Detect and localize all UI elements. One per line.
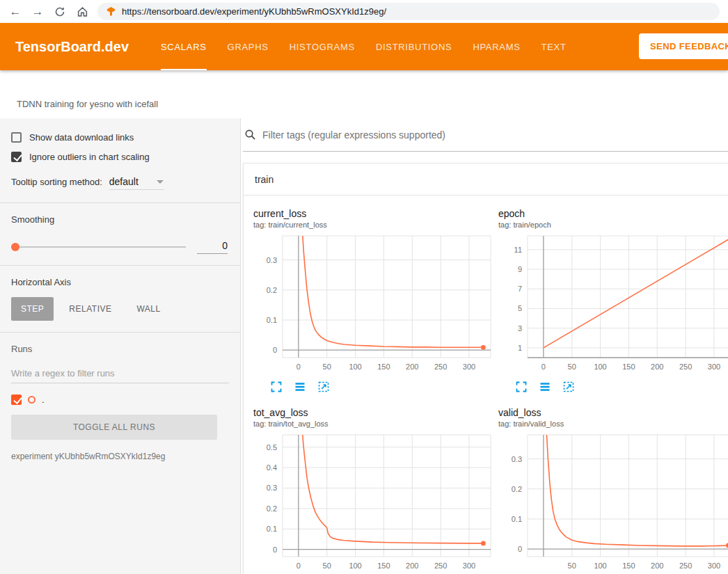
tab-hparams[interactable]: HPARAMS — [473, 23, 520, 70]
toggle-all-runs-button[interactable]: TOGGLE ALL RUNS — [11, 415, 217, 440]
run-color-swatch-icon — [28, 396, 35, 404]
smoothing-slider[interactable] — [11, 246, 186, 248]
chart-tag: tag: train/tot_avg_loss — [253, 420, 493, 428]
svg-text:250: 250 — [434, 362, 447, 371]
reload-icon[interactable] — [53, 5, 67, 19]
home-icon[interactable] — [75, 5, 89, 19]
chart-options-icon[interactable] — [294, 379, 306, 394]
chart-title: current_loss — [253, 208, 493, 219]
charts-grid: current_loss tag: train/current_loss 050… — [244, 196, 728, 574]
svg-text:250: 250 — [434, 561, 447, 570]
svg-text:50: 50 — [323, 561, 331, 570]
back-icon[interactable]: ← — [8, 5, 22, 19]
ignore-outliers-label: Ignore outliers in chart scaling — [29, 152, 150, 162]
runs-filter-input[interactable] — [11, 365, 229, 383]
browser-toolbar: ← → https://tensorboard.dev/experiment/y… — [0, 0, 728, 23]
show-download-links-label: Show data download links — [29, 132, 134, 143]
chart-tag: tag: train/current_loss — [253, 221, 493, 229]
axis-wall-button[interactable]: WALL — [127, 297, 170, 321]
top-nav: SCALARS GRAPHS HISTOGRAMS DISTRIBUTIONS … — [161, 23, 567, 70]
svg-text:50: 50 — [568, 561, 576, 570]
expand-chart-icon[interactable] — [270, 379, 283, 394]
scalars-main: train current_loss tag: train/current_lo… — [241, 118, 728, 574]
sidebar-divider — [0, 202, 240, 203]
svg-text:100: 100 — [349, 561, 361, 570]
chart-card-valid-loss: valid_loss tag: train/valid_loss 5010015… — [498, 407, 728, 574]
svg-text:0.1: 0.1 — [512, 515, 522, 523]
chart-title: valid_loss — [498, 407, 728, 418]
svg-text:0.3: 0.3 — [512, 455, 522, 463]
chart-options-icon[interactable] — [539, 379, 551, 394]
epoch-line-chart[interactable]: 0501001502002503001357911 — [498, 232, 728, 374]
experiment-title-strip: TDNN training for yesno with icefall — [0, 70, 728, 118]
show-download-links-checkbox[interactable] — [11, 132, 22, 143]
smoothing-slider-thumb[interactable] — [11, 243, 19, 251]
svg-text:150: 150 — [622, 362, 635, 371]
axis-step-button[interactable]: STEP — [11, 297, 54, 321]
chart-card-epoch: epoch tag: train/epoch 05010015020025030… — [498, 208, 728, 394]
tab-histograms[interactable]: HISTOGRAMS — [290, 23, 355, 70]
svg-text:11: 11 — [514, 246, 522, 254]
svg-text:200: 200 — [651, 561, 663, 570]
run-row[interactable]: . — [11, 394, 229, 405]
run-name: . — [42, 394, 45, 405]
tooltip-sorting-value: default — [109, 176, 139, 187]
experiment-title: TDNN training for yesno with icefall — [17, 99, 158, 109]
tab-graphs[interactable]: GRAPHS — [228, 23, 269, 70]
svg-text:9: 9 — [518, 265, 522, 273]
valid-loss-line-chart[interactable]: 5010015020025030000.10.20.3 — [498, 431, 728, 573]
tooltip-sorting-select[interactable]: default — [109, 176, 164, 190]
svg-text:0.3: 0.3 — [267, 484, 277, 492]
tensorboard-window: ← → https://tensorboard.dev/experiment/y… — [0, 0, 728, 574]
content-area: Show data download links Ignore outliers… — [0, 118, 728, 574]
svg-text:0.5: 0.5 — [267, 443, 277, 452]
ignore-outliers-row[interactable]: Ignore outliers in chart scaling — [11, 152, 229, 162]
fit-domain-icon[interactable] — [317, 379, 330, 394]
tot-avg-loss-line-chart[interactable]: 05010015020025030000.10.20.30.40.5 — [253, 431, 493, 573]
expand-chart-icon[interactable] — [515, 379, 528, 394]
svg-text:0.4: 0.4 — [267, 463, 277, 472]
svg-text:150: 150 — [377, 362, 390, 371]
svg-text:100: 100 — [594, 362, 606, 371]
svg-text:150: 150 — [622, 561, 635, 570]
svg-text:50: 50 — [323, 362, 331, 371]
svg-text:150: 150 — [377, 561, 390, 570]
forward-icon[interactable]: → — [31, 5, 45, 19]
svg-text:0: 0 — [273, 545, 277, 554]
send-feedback-button[interactable]: SEND FEEDBACK — [639, 33, 728, 59]
tab-scalars[interactable]: SCALARS — [161, 23, 207, 70]
chart-card-current-loss: current_loss tag: train/current_loss 050… — [253, 208, 493, 394]
current-loss-line-chart[interactable]: 05010015020025030000.10.20.3 — [253, 232, 493, 374]
svg-text:300: 300 — [708, 561, 720, 570]
svg-text:300: 300 — [463, 362, 475, 371]
chart-toolbar — [270, 379, 493, 394]
tab-text[interactable]: TEXT — [541, 23, 567, 70]
svg-text:100: 100 — [594, 561, 606, 570]
chart-tag: tag: train/epoch — [498, 221, 728, 229]
svg-text:250: 250 — [679, 561, 692, 570]
search-icon — [244, 129, 256, 141]
group-header-train[interactable]: train — [244, 164, 728, 196]
address-bar[interactable]: https://tensorboard.dev/experiment/yKUbh… — [97, 3, 720, 20]
chart-toolbar — [515, 379, 728, 394]
site-favicon — [106, 6, 116, 17]
tag-filter-row — [243, 118, 728, 152]
svg-text:300: 300 — [708, 362, 720, 371]
svg-text:3: 3 — [518, 324, 522, 333]
smoothing-value[interactable]: 0 — [197, 240, 228, 254]
svg-text:0.3: 0.3 — [267, 256, 277, 264]
svg-text:250: 250 — [679, 362, 692, 371]
svg-text:0.1: 0.1 — [267, 525, 277, 533]
tooltip-sorting-row: Tooltip sorting method: default — [11, 176, 229, 190]
show-download-links-row[interactable]: Show data download links — [11, 132, 229, 143]
tag-filter-input[interactable] — [262, 129, 727, 141]
experiment-id-label: experiment yKUbhb5wRmOSXYkId1z9eg — [11, 452, 229, 461]
fit-domain-icon[interactable] — [562, 379, 575, 394]
url-text: https://tensorboard.dev/experiment/yKUbh… — [122, 6, 386, 17]
chart-tag: tag: train/valid_loss — [498, 420, 728, 428]
run-checkbox[interactable] — [11, 394, 22, 405]
axis-relative-button[interactable]: RELATIVE — [59, 297, 121, 321]
ignore-outliers-checkbox[interactable] — [11, 152, 22, 162]
settings-sidebar: Show data download links Ignore outliers… — [0, 118, 241, 574]
tab-distributions[interactable]: DISTRIBUTIONS — [376, 23, 452, 70]
